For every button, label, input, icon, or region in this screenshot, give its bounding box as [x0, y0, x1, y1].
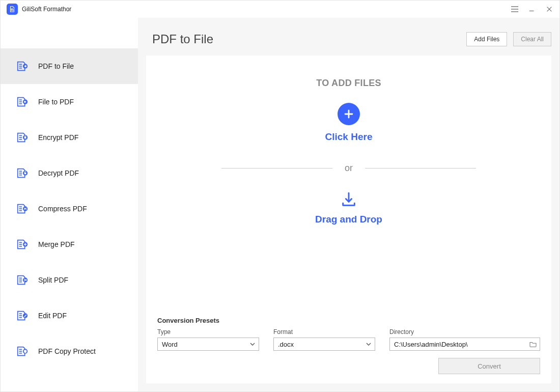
sidebar-item-label: File to PDF — [38, 98, 74, 106]
format-select[interactable]: .docx — [273, 338, 375, 351]
sidebar-item-compress-pdf[interactable]: Compress PDF — [1, 191, 138, 227]
folder-icon — [529, 341, 537, 347]
format-label: Format — [273, 328, 375, 335]
shield-icon — [16, 345, 29, 357]
sidebar-item-decrypt-pdf[interactable]: Decrypt PDF — [1, 155, 138, 191]
drop-zone[interactable]: TO ADD FILES Click Here or Drag and Drop — [146, 55, 551, 310]
sidebar: PDF to File File to PDF Encrypt PDF Decr… — [1, 18, 138, 391]
close-icon[interactable] — [545, 5, 553, 13]
lock-icon — [16, 131, 29, 144]
sidebar-item-label: Decrypt PDF — [38, 169, 79, 177]
presets-title: Conversion Presets — [157, 317, 540, 324]
sidebar-item-edit-pdf[interactable]: Edit PDF — [1, 298, 138, 333]
sidebar-item-label: Split PDF — [38, 276, 68, 284]
compress-icon — [16, 203, 29, 215]
download-icon — [340, 191, 357, 210]
app-title: GiliSoft Formathor — [22, 6, 71, 13]
chevron-down-icon — [366, 341, 372, 347]
directory-label: Directory — [389, 328, 540, 335]
type-label: Type — [157, 328, 259, 335]
drag-and-drop-label: Drag and Drop — [315, 214, 382, 225]
sidebar-item-label: Compress PDF — [38, 205, 87, 213]
hamburger-icon[interactable] — [511, 5, 519, 13]
svg-rect-18 — [24, 137, 26, 138]
sidebar-item-pdf-copy-protect[interactable]: PDF Copy Protect — [1, 333, 138, 369]
add-files-button[interactable]: Add Files — [466, 32, 507, 46]
sidebar-item-label: Merge PDF — [38, 240, 75, 248]
sidebar-item-encrypt-pdf[interactable]: Encrypt PDF — [1, 120, 138, 155]
sidebar-item-label: PDF Copy Protect — [38, 347, 96, 355]
sidebar-item-split-pdf[interactable]: Split PDF — [1, 262, 138, 298]
main-area: PDF to File Add Files Clear All TO ADD F… — [138, 18, 559, 391]
arrow-left-icon — [16, 96, 29, 108]
clear-all-button[interactable]: Clear All — [513, 32, 551, 46]
add-files-plus-button[interactable] — [338, 103, 360, 125]
merge-icon — [16, 238, 29, 250]
arrow-right-icon — [16, 60, 29, 72]
sidebar-item-file-to-pdf[interactable]: File to PDF — [1, 84, 138, 120]
page-title: PDF to File — [152, 32, 213, 46]
drop-heading: TO ADD FILES — [316, 78, 381, 89]
type-select[interactable]: Word — [157, 338, 259, 351]
svg-rect-23 — [24, 173, 26, 174]
conversion-presets-panel: Conversion Presets Type Word Format .doc… — [146, 310, 551, 383]
edit-icon — [16, 310, 29, 322]
sidebar-item-label: Encrypt PDF — [38, 133, 78, 142]
sidebar-item-pdf-to-file[interactable]: PDF to File — [1, 48, 138, 84]
or-divider: or — [221, 163, 476, 174]
split-icon — [16, 274, 29, 286]
sidebar-item-label: Edit PDF — [38, 312, 67, 320]
minimize-icon[interactable] — [528, 5, 536, 13]
app-logo — [7, 4, 18, 15]
unlock-icon — [16, 167, 29, 179]
title-bar: GiliSoft Formathor — [1, 1, 559, 18]
directory-input[interactable]: C:\Users\admin\Desktop\ — [389, 338, 540, 351]
click-here-link[interactable]: Click Here — [325, 131, 373, 143]
convert-button[interactable]: Convert — [438, 358, 540, 374]
chevron-down-icon — [249, 341, 256, 347]
sidebar-item-merge-pdf[interactable]: Merge PDF — [1, 227, 138, 262]
sidebar-item-label: PDF to File — [38, 62, 74, 70]
